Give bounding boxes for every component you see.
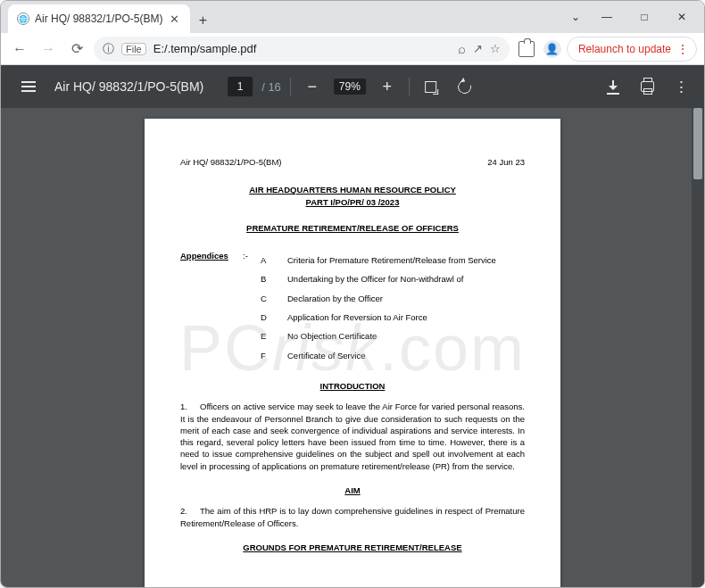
- rotate-icon[interactable]: [452, 74, 477, 99]
- browser-tab[interactable]: 🌐 Air HQ/ 98832/1/PO-5(BM) ✕: [8, 4, 190, 33]
- intro-heading: INTRODUCTION: [180, 380, 525, 392]
- window-controls: ⌄ — □ ✕: [563, 1, 704, 33]
- minimize-button[interactable]: —: [588, 4, 626, 29]
- appendices-table: ACriteria for Premature Retirement/Relea…: [259, 250, 498, 366]
- globe-icon: 🌐: [17, 12, 29, 25]
- avatar[interactable]: 👤: [543, 40, 561, 58]
- page-number-input[interactable]: [228, 77, 253, 96]
- search-icon[interactable]: ⌕: [458, 41, 466, 56]
- zoom-out-button[interactable]: −: [300, 74, 325, 99]
- doc-subtitle: PREMATURE RETIREMENT/RELEASE OF OFFICERS: [180, 222, 525, 234]
- appendices-label: Appendices: [180, 250, 243, 366]
- table-row: BUndertaking by the Officer for Non-with…: [261, 270, 496, 287]
- file-chip: File: [121, 43, 146, 55]
- relaunch-label: Relaunch to update: [578, 43, 671, 55]
- more-icon[interactable]: ⋮: [676, 42, 689, 56]
- bookmark-icon[interactable]: ☆: [490, 42, 501, 55]
- forward-button[interactable]: →: [37, 37, 60, 61]
- url-input[interactable]: ⓘ File E:/.temp/sample.pdf ⌕ ↗ ☆: [94, 37, 510, 62]
- zoom-in-button[interactable]: +: [375, 74, 400, 99]
- maximize-button[interactable]: □: [626, 4, 663, 29]
- download-icon[interactable]: [602, 76, 624, 97]
- doc-title-line1: AIR HEADQUARTERS HUMAN RESOURCE POLICY: [180, 184, 525, 195]
- paragraph-2: 2.The aim of this HRP is to lay down com…: [180, 505, 525, 529]
- pdf-toolbar: Air HQ/ 98832/1/PO-5(BM) / 16 − 79% + ⋮: [1, 65, 704, 108]
- aim-heading: AIM: [180, 484, 525, 496]
- divider: [290, 78, 291, 95]
- scrollbar-thumb[interactable]: [693, 108, 702, 179]
- divider: [409, 78, 410, 95]
- fit-page-icon[interactable]: [419, 74, 444, 99]
- table-row: CDeclaration by the Officer: [261, 290, 496, 307]
- zoom-value: 79%: [334, 79, 366, 95]
- paragraph-1: 1.Officers on active service may seek to…: [180, 401, 525, 472]
- doc-date: 24 Jun 23: [487, 156, 525, 168]
- tab-search-icon[interactable]: ⌄: [563, 4, 588, 29]
- close-button[interactable]: ✕: [663, 4, 701, 29]
- share-icon[interactable]: ↗: [473, 42, 483, 55]
- titlebar: 🌐 Air HQ/ 98832/1/PO-5(BM) ✕ + ⌄ — □ ✕: [1, 1, 704, 33]
- table-row: DApplication for Reversion to Air Force: [261, 309, 496, 326]
- tab-close-icon[interactable]: ✕: [168, 11, 181, 28]
- grounds-heading: GROUNDS FOR PREMATURE RETIREMENT/RELEASE: [180, 542, 525, 553]
- url-text: E:/.temp/sample.pdf: [153, 42, 451, 55]
- doc-ref: Air HQ/ 98832/1/PO-5(BM): [180, 156, 282, 168]
- site-info-icon[interactable]: ⓘ: [103, 41, 114, 57]
- table-row: ENo Objection Certificate: [261, 327, 496, 344]
- table-row: ACriteria for Premature Retirement/Relea…: [261, 252, 496, 269]
- doc-title-line2: PART I/PO/PR/ 03 /2023: [180, 196, 525, 208]
- appendices-colon: :-: [243, 250, 259, 366]
- print-icon[interactable]: [636, 76, 658, 97]
- menu-icon[interactable]: [13, 71, 44, 102]
- scrollbar[interactable]: [692, 108, 704, 587]
- relaunch-button[interactable]: Relaunch to update ⋮: [567, 37, 697, 62]
- back-button[interactable]: ←: [8, 37, 31, 61]
- new-tab-button[interactable]: +: [190, 8, 215, 33]
- address-bar: ← → ⟳ ⓘ File E:/.temp/sample.pdf ⌕ ↗ ☆ 👤…: [1, 33, 704, 65]
- table-row: FCertificate of Service: [261, 347, 496, 364]
- reload-button[interactable]: ⟳: [65, 37, 88, 61]
- extensions-icon[interactable]: [515, 37, 538, 61]
- page-separator: / 16: [261, 80, 281, 94]
- kebab-menu-icon[interactable]: ⋮: [670, 76, 692, 97]
- tab-title: Air HQ/ 98832/1/PO-5(BM): [35, 12, 162, 25]
- pdf-title: Air HQ/ 98832/1/PO-5(BM): [54, 79, 203, 94]
- pdf-viewer[interactable]: Air HQ/ 98832/1/PO-5(BM) 24 Jun 23 AIR H…: [1, 108, 704, 587]
- pdf-page: Air HQ/ 98832/1/PO-5(BM) 24 Jun 23 AIR H…: [145, 119, 560, 587]
